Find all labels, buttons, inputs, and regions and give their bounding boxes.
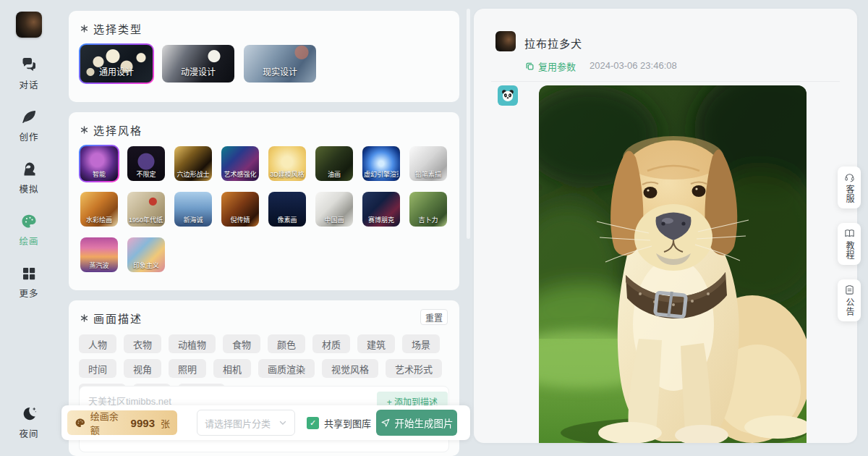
generate-image-label: 开始生成图片 xyxy=(395,415,454,430)
palette-icon xyxy=(75,417,86,429)
reuse-params-label: 复用参数 xyxy=(538,59,576,73)
style-item[interactable]: 艺术感强化 xyxy=(220,145,260,182)
asterisk-icon xyxy=(80,25,88,33)
type-card[interactable]: 现实设计 xyxy=(242,43,318,84)
type-card[interactable]: 通用设计 xyxy=(79,43,154,84)
balance-badge: 绘画余额 9993 张 xyxy=(67,410,177,435)
style-thumbnail: 印象主义 xyxy=(127,237,165,272)
divider xyxy=(491,81,840,82)
balance-unit: 张 xyxy=(161,416,170,430)
scrollbar[interactable] xyxy=(467,9,470,239)
sidebar-item-draw[interactable]: 绘画 xyxy=(0,213,58,248)
chat-icon xyxy=(20,56,38,74)
prompt-tag[interactable]: 人物 xyxy=(79,334,116,353)
sidebar-menu: 对话 创作 模拟 绘画 更多 xyxy=(0,56,58,300)
type-card-label: 动漫设计 xyxy=(162,65,234,77)
style-item-label: 水彩绘画 xyxy=(82,215,116,224)
generated-image[interactable] xyxy=(539,85,807,443)
reset-button[interactable]: 重置 xyxy=(420,309,448,325)
style-thumbnail: 不限定 xyxy=(127,146,165,181)
style-item[interactable]: 油画 xyxy=(314,145,354,182)
style-item-label: 赛博朋克 xyxy=(364,215,399,224)
type-card-label: 通用设计 xyxy=(80,65,153,77)
type-thumbnail: 现实设计 xyxy=(244,45,316,83)
type-thumbnail: 动漫设计 xyxy=(162,45,234,83)
prompt-tag[interactable]: 相机 xyxy=(213,359,251,378)
style-item-label: 1950年代纸浆 xyxy=(129,215,163,224)
night-mode-toggle[interactable]: 夜间 xyxy=(0,405,58,440)
style-thumbnail: 像素画 xyxy=(268,192,306,227)
sidebar-item-label: 模拟 xyxy=(19,182,38,195)
prompt-tag[interactable]: 动植物 xyxy=(169,334,216,353)
style-thumbnail: 艺术感强化 xyxy=(221,146,259,181)
bot-avatar xyxy=(498,85,518,106)
style-item[interactable]: 1950年代纸浆 xyxy=(126,190,166,228)
sidebar: 对话 创作 模拟 绘画 更多 夜间 xyxy=(0,0,58,456)
reuse-params-button[interactable]: 复用参数 xyxy=(525,59,576,73)
generate-image-button[interactable]: 开始生成图片 xyxy=(376,410,457,436)
share-checkbox[interactable]: ✓ xyxy=(307,417,319,429)
prompt-tag[interactable]: 颜色 xyxy=(268,334,305,353)
style-item[interactable]: 不限定 xyxy=(126,145,166,182)
style-thumbnail: 铅笔素描 xyxy=(409,146,447,181)
prompt-tag[interactable]: 艺术形式 xyxy=(386,359,442,378)
result-panel: 拉布拉多犬 复用参数 2024-03-06 23:46:08 xyxy=(474,9,857,443)
style-item[interactable]: 赛博朋克 xyxy=(361,190,401,228)
style-item[interactable]: 智能 xyxy=(79,145,119,182)
sidebar-item-label: 更多 xyxy=(19,286,38,300)
prompt-tag[interactable]: 视觉风格 xyxy=(322,359,378,378)
type-card[interactable]: 动漫设计 xyxy=(161,43,236,84)
user-avatar xyxy=(495,31,516,51)
style-thumbnail: 虚幻引擎渲染 xyxy=(362,146,400,181)
headset-icon xyxy=(844,172,855,182)
style-item-label: 吉卜力 xyxy=(411,215,446,224)
prompt-tag[interactable]: 照明 xyxy=(169,359,206,378)
prompt-tag[interactable]: 材质 xyxy=(312,334,350,353)
sidebar-item-simulate[interactable]: 模拟 xyxy=(0,161,58,195)
prompt-tag[interactable]: 视角 xyxy=(124,359,161,378)
style-item-label: 倪传婧 xyxy=(223,215,258,224)
style-item[interactable]: 铅笔素描 xyxy=(408,145,448,182)
style-item[interactable]: 中国画 xyxy=(314,190,354,228)
style-item[interactable]: 倪传婧 xyxy=(220,190,260,228)
sidebar-item-label: 对话 xyxy=(19,77,38,91)
result-title: 拉布拉多犬 xyxy=(524,35,582,51)
prompt-tag[interactable]: 画质渲染 xyxy=(258,359,315,378)
style-item[interactable]: 3D建模风格 xyxy=(267,145,307,182)
style-item[interactable]: 虚幻引擎渲染 xyxy=(361,145,401,182)
prompt-tag[interactable]: 场景 xyxy=(402,334,440,353)
category-placeholder: 请选择图片分类 xyxy=(205,416,271,430)
sidebar-item-create[interactable]: 创作 xyxy=(0,109,58,143)
customer-service-button[interactable]: 客服 xyxy=(838,166,861,208)
sidebar-item-chat[interactable]: 对话 xyxy=(0,56,58,91)
palette-icon xyxy=(20,213,38,230)
style-item[interactable]: 新海诚 xyxy=(173,190,213,228)
category-select[interactable]: 请选择图片分类 xyxy=(197,410,295,436)
select-type-card: 选择类型 通用设计 动漫设计 现实设计 xyxy=(69,11,459,102)
style-thumbnail: 中国画 xyxy=(315,192,353,227)
style-item[interactable]: 吉卜力 xyxy=(408,190,448,228)
sidebar-item-label: 创作 xyxy=(19,130,38,143)
style-item-label: 印象主义 xyxy=(129,261,163,270)
style-item-label: 油画 xyxy=(317,169,352,179)
description-header: 画面描述 xyxy=(69,300,459,326)
select-style-card: 选择风格 智能 不限定 六边形战士 艺术感强化 3D建模风格 油画 虚幻引擎渲染… xyxy=(69,112,459,290)
style-item[interactable]: 像素画 xyxy=(267,190,307,228)
select-style-header: 选择风格 xyxy=(69,112,459,138)
prompt-tag[interactable]: 建筑 xyxy=(357,334,395,353)
prompt-tag[interactable]: 时间 xyxy=(79,359,116,378)
tutorial-button[interactable]: 教程 xyxy=(838,223,861,265)
sidebar-item-label: 绘画 xyxy=(19,234,38,248)
user-avatar[interactable] xyxy=(16,12,42,38)
prompt-tag[interactable]: 食物 xyxy=(223,334,260,353)
style-item[interactable]: 蒸汽波 xyxy=(79,236,119,274)
result-timestamp: 2024-03-06 23:46:08 xyxy=(590,60,677,71)
share-to-gallery-option[interactable]: ✓ 共享到图库 xyxy=(307,416,371,430)
style-thumbnail: 油画 xyxy=(315,146,353,181)
style-item[interactable]: 水彩绘画 xyxy=(79,190,119,228)
style-item[interactable]: 印象主义 xyxy=(126,236,166,274)
announcement-button[interactable]: 公告 xyxy=(838,279,861,321)
style-item[interactable]: 六边形战士 xyxy=(173,145,213,182)
prompt-tag[interactable]: 衣物 xyxy=(124,334,161,353)
sidebar-item-more[interactable]: 更多 xyxy=(0,265,58,300)
